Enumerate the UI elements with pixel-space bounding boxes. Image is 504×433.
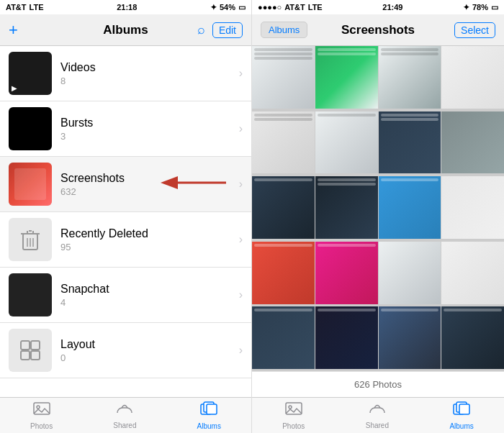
network-text: LTE [30, 3, 44, 12]
photos-tab-label-right: Photos [282, 422, 305, 430]
album-count-layout: 0 [60, 352, 233, 363]
album-thumb-videos [9, 52, 52, 95]
album-item-recently-deleted[interactable]: Recently Deleted 95 › [0, 212, 251, 268]
svg-rect-13 [31, 351, 40, 360]
photo-cell-4[interactable] [441, 46, 504, 109]
photos-tab-label: Photos [30, 422, 53, 430]
layout-thumb-inner [9, 329, 52, 372]
photo-count-text: 626 Photos [354, 379, 402, 390]
nav-bar-right: Albums Screenshots Select [252, 14, 504, 46]
time-left: 21:18 [117, 3, 137, 12]
battery-right: ✦ 78% ▭ [463, 3, 498, 12]
snapchat-thumb-inner [9, 273, 52, 316]
status-carrier: AT&T LTE [6, 3, 43, 12]
album-info-layout: Layout 0 [60, 338, 233, 363]
album-info-videos: Videos 8 [60, 61, 233, 86]
photo-cell-19[interactable] [379, 306, 441, 369]
album-thumb-snapchat [9, 273, 52, 316]
add-album-button[interactable]: + [9, 21, 18, 40]
time-right: 21:49 [382, 3, 402, 12]
battery-text-right: 78% [472, 3, 488, 12]
shared-tab-icon-right [368, 401, 387, 420]
bluetooth-icon: ✦ [210, 3, 217, 12]
tab-bar-right: Photos Shared Albums [252, 397, 504, 433]
photo-cell-11[interactable] [379, 176, 441, 239]
photo-cell-1[interactable] [252, 46, 315, 109]
status-bar-right: ●●●●○ AT&T LTE 21:49 ✦ 78% ▭ [252, 0, 504, 14]
photo-cell-6[interactable] [315, 111, 378, 174]
album-item-layout[interactable]: Layout 0 › [0, 323, 251, 378]
album-name-videos: Videos [60, 61, 233, 74]
carrier-text: AT&T [6, 3, 27, 12]
album-thumb-screenshots [9, 163, 52, 206]
photo-cell-8[interactable] [441, 111, 504, 174]
svg-rect-10 [21, 341, 30, 350]
layout-icon [19, 339, 41, 361]
albums-tab-icon [200, 401, 217, 421]
shared-tab-icon [115, 401, 134, 420]
chevron-videos: › [239, 67, 243, 80]
photo-cell-13[interactable] [252, 242, 315, 304]
photos-tab-icon-right [285, 401, 302, 421]
tab-albums-right[interactable]: Albums [449, 401, 473, 430]
right-panel: ●●●●○ AT&T LTE 21:49 ✦ 78% ▭ Albums Scre… [252, 0, 504, 433]
chevron-screenshots: › [239, 178, 243, 191]
svg-rect-23 [459, 404, 469, 414]
photo-cell-16[interactable] [441, 242, 504, 304]
back-button[interactable]: Albums [261, 22, 307, 38]
chevron-layout: › [239, 344, 243, 357]
left-panel: AT&T LTE 21:18 ✦ 54% ▭ + Albums ⌕ Edit V… [0, 0, 252, 433]
carrier-right: ●●●●○ AT&T LTE [258, 3, 323, 12]
shared-tab-label: Shared [113, 421, 136, 429]
album-item-bursts[interactable]: Bursts 3 › [0, 101, 251, 157]
battery-left: ✦ 54% ▭ [210, 3, 246, 12]
tab-albums-left[interactable]: Albums [197, 401, 221, 430]
chevron-recently-deleted: › [239, 233, 243, 246]
search-button[interactable]: ⌕ [197, 22, 205, 37]
trash-icon [20, 228, 40, 251]
album-list: Videos 8 › Bursts 3 › Screenshots 632 [0, 46, 251, 397]
album-count-snapchat: 4 [60, 297, 233, 308]
album-info-recently-deleted: Recently Deleted 95 [60, 227, 233, 252]
photo-cell-7[interactable] [379, 111, 441, 174]
battery-icon: ▭ [238, 3, 246, 12]
bluetooth-right: ✦ [463, 3, 469, 12]
album-item-videos[interactable]: Videos 8 › [0, 46, 251, 101]
chevron-bursts: › [239, 122, 243, 135]
album-name-layout: Layout [60, 338, 233, 351]
photo-cell-3[interactable] [379, 46, 441, 109]
svg-rect-18 [207, 404, 217, 414]
photo-cell-18[interactable] [315, 306, 378, 369]
photo-cell-10[interactable] [315, 176, 378, 239]
photo-cell-9[interactable] [252, 176, 315, 239]
album-thumb-recently-deleted [9, 218, 52, 261]
photo-cell-20[interactable] [441, 306, 504, 369]
nav-right-buttons: ⌕ Edit [197, 22, 243, 38]
battery-icon-right: ▭ [491, 3, 498, 12]
shared-tab-label-right: Shared [366, 421, 389, 429]
photo-cell-15[interactable] [379, 242, 441, 304]
photo-cell-2[interactable] [315, 46, 378, 109]
edit-button[interactable]: Edit [212, 22, 243, 38]
svg-rect-12 [21, 351, 30, 360]
tab-bar-left: Photos Shared Albums [0, 397, 251, 433]
select-button[interactable]: Select [454, 22, 495, 38]
album-name-snapchat: Snapchat [60, 283, 233, 296]
photo-cell-14[interactable] [315, 242, 378, 304]
album-info-bursts: Bursts 3 [60, 117, 233, 142]
tab-shared-left[interactable]: Shared [113, 401, 136, 429]
album-item-snapchat[interactable]: Snapchat 4 › [0, 268, 251, 323]
tab-photos-right[interactable]: Photos [282, 401, 305, 430]
nav-title-left: Albums [103, 23, 148, 37]
photo-cell-5[interactable] [252, 111, 315, 174]
photo-cell-12[interactable] [441, 176, 504, 239]
videos-thumb-inner [9, 52, 52, 95]
tab-photos-left[interactable]: Photos [30, 401, 53, 430]
album-count-recently-deleted: 95 [60, 242, 233, 252]
tab-shared-right[interactable]: Shared [366, 401, 389, 429]
status-bar-left: AT&T LTE 21:18 ✦ 54% ▭ [0, 0, 251, 14]
network-right: LTE [308, 3, 323, 12]
album-item-screenshots[interactable]: Screenshots 632 › [0, 157, 251, 212]
album-info-snapchat: Snapchat 4 [60, 283, 233, 308]
photo-cell-17[interactable] [252, 306, 315, 369]
